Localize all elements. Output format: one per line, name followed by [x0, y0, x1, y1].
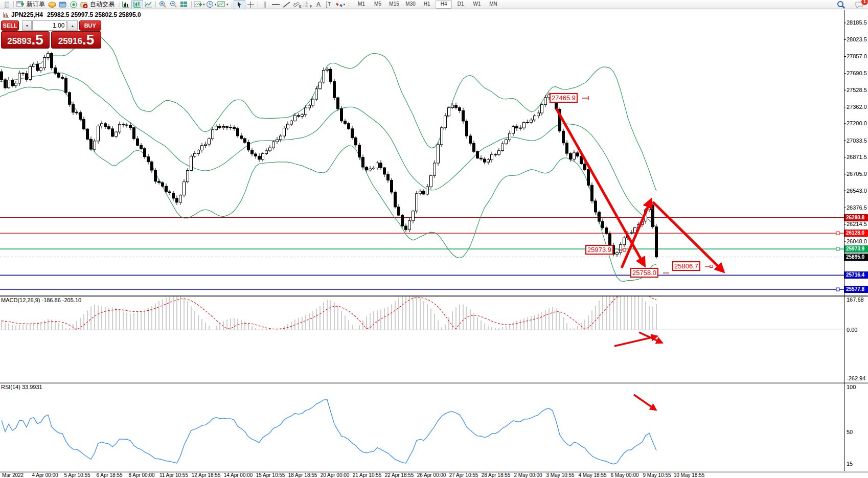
macd-axis-label: 0.00	[847, 327, 857, 333]
zoom-out-button[interactable]	[168, 1, 179, 9]
annotation-arrow[interactable]	[653, 202, 723, 271]
timeframe-m30[interactable]: M30	[403, 0, 418, 8]
sell-price-frac: .5	[31, 33, 43, 47]
timeframe-d1[interactable]: D1	[453, 0, 468, 8]
timeframe-w1[interactable]: W1	[469, 0, 485, 8]
macd-label: MACD(12,26,9) -186.86 -205.10	[1, 297, 81, 303]
new-order-label[interactable]: 新订单	[27, 0, 45, 9]
macd-axis-label: -262.94	[847, 375, 865, 381]
dropdown-arrow-icon: ▾	[215, 3, 217, 7]
signal-button[interactable]	[68, 1, 79, 9]
trendline-icon	[283, 1, 290, 8]
vertical-line-icon	[262, 1, 268, 8]
chart-canvas[interactable]	[0, 0, 868, 478]
volume-decrease-button[interactable]: ▼	[22, 20, 32, 31]
price-tick-label: 27690.5	[847, 70, 867, 76]
separator	[13, 1, 14, 8]
volume-increase-button[interactable]: ▲	[67, 20, 77, 31]
horizontal-line-icon	[271, 1, 280, 8]
sell-price-display[interactable]: 25893.5	[1, 31, 50, 49]
channel-icon: E	[292, 1, 302, 8]
annotation-arrow[interactable]	[634, 395, 655, 409]
price-tick-label: 28023.5	[847, 36, 867, 42]
horizontal-line-button[interactable]	[270, 1, 281, 9]
price-callout[interactable]: 25758.0	[630, 268, 658, 278]
buy-button[interactable]: BUY	[79, 20, 101, 31]
cursor-icon	[236, 1, 243, 8]
macd-axis-label: 167.68	[847, 297, 864, 303]
clipped-left-icon[interactable]	[1, 1, 12, 9]
sell-price-main: 25893	[7, 36, 31, 47]
search-button[interactable]	[835, 1, 846, 9]
price-badge: 25577.8	[844, 286, 868, 293]
zoom-in-button[interactable]	[157, 1, 168, 9]
search-icon	[836, 1, 846, 9]
autotrade-label[interactable]: 自动交易	[90, 0, 115, 9]
bar-chart-button[interactable]	[121, 1, 131, 9]
price-tick-label: 26048.0	[847, 238, 867, 244]
trendline-button[interactable]	[281, 1, 292, 9]
one-click-trading-panel: SELL ▼ ▲ BUY 25893.5 25916.5	[1, 20, 101, 49]
new-order-button[interactable]	[15, 1, 26, 9]
time-axis-label: 14 Apr 00:00	[224, 472, 253, 478]
spin-up-icon: ▲	[71, 24, 75, 28]
timeframe-m5[interactable]: M5	[370, 0, 385, 8]
vertical-line-button[interactable]	[260, 1, 270, 9]
separator	[155, 1, 156, 8]
price-callout[interactable]: 25973.9	[585, 245, 613, 255]
main-pane[interactable]	[0, 33, 844, 291]
text-label-icon: T	[326, 1, 332, 8]
periods-clock-icon	[206, 1, 214, 8]
macd-pane[interactable]	[0, 283, 844, 346]
crosshair-button[interactable]	[245, 1, 256, 9]
svg-text:E: E	[299, 5, 302, 8]
text-label-button[interactable]: T	[324, 1, 335, 9]
svg-text:F: F	[310, 5, 312, 8]
sell-button[interactable]: SELL	[1, 20, 19, 31]
price-badge: 25716.4	[844, 271, 868, 279]
fibonacci-button[interactable]: F	[303, 1, 313, 9]
time-axis-label: 28 Apr 18:55	[482, 472, 511, 478]
volume-input[interactable]	[32, 20, 67, 31]
text-button[interactable]: A	[313, 1, 324, 9]
timeframe-h4[interactable]: H4	[436, 0, 452, 9]
bar-chart-icon	[122, 1, 130, 8]
cursor-button[interactable]	[234, 0, 245, 9]
annotation-arrow[interactable]	[556, 108, 644, 265]
timeframe-m1[interactable]: M1	[354, 0, 369, 8]
zoom-in-icon	[158, 1, 167, 8]
signal-icon	[70, 1, 78, 8]
annotation-arrow[interactable]	[639, 332, 661, 343]
line-chart-button[interactable]	[143, 1, 154, 9]
arrows-tool-button[interactable]: ▾	[335, 1, 346, 9]
time-axis-label: 10 May 18:55	[674, 472, 705, 478]
price-badge: 25973.9	[844, 245, 868, 253]
timeframe-mn[interactable]: MN	[486, 0, 501, 8]
indicators-button[interactable]: ▾	[193, 1, 205, 9]
time-axis-label: 22 Apr 18:55	[385, 472, 414, 478]
dropdown-arrow-icon: ▾	[226, 3, 229, 7]
time-axis-label: 11 Apr 10:55	[159, 472, 188, 478]
dropdown-arrow-icon: ▾	[203, 3, 205, 7]
price-callout[interactable]: 25806.7	[672, 261, 700, 271]
gold-button[interactable]	[47, 1, 57, 9]
bollinger-bands	[0, 33, 656, 281]
price-badge: 25895.0	[844, 254, 868, 261]
timeframe-m15[interactable]: M15	[386, 0, 402, 8]
candlestick-button[interactable]	[131, 0, 143, 9]
buy-price-display[interactable]: 25916.5	[51, 31, 101, 49]
window-button[interactable]	[57, 1, 68, 9]
autotrade-button[interactable]	[79, 1, 89, 9]
notifications-button[interactable]: 1	[854, 1, 865, 9]
timeframe-toolbar: M1M5M15M30H1H4D1W1MN	[353, 0, 501, 9]
rsi-pane[interactable]	[2, 395, 656, 464]
price-callout[interactable]: 27465.9	[550, 93, 578, 103]
templates-button[interactable]: ▾	[217, 1, 229, 9]
price-level-lines[interactable]	[0, 218, 844, 291]
channel-button[interactable]: E	[292, 1, 303, 9]
timeframe-h1[interactable]: H1	[419, 0, 435, 8]
periods-button[interactable]: ▾	[205, 1, 217, 9]
candles-layer	[0, 51, 658, 259]
tile-windows-button[interactable]	[179, 1, 190, 9]
price-tick-label: 26705.0	[847, 171, 867, 177]
